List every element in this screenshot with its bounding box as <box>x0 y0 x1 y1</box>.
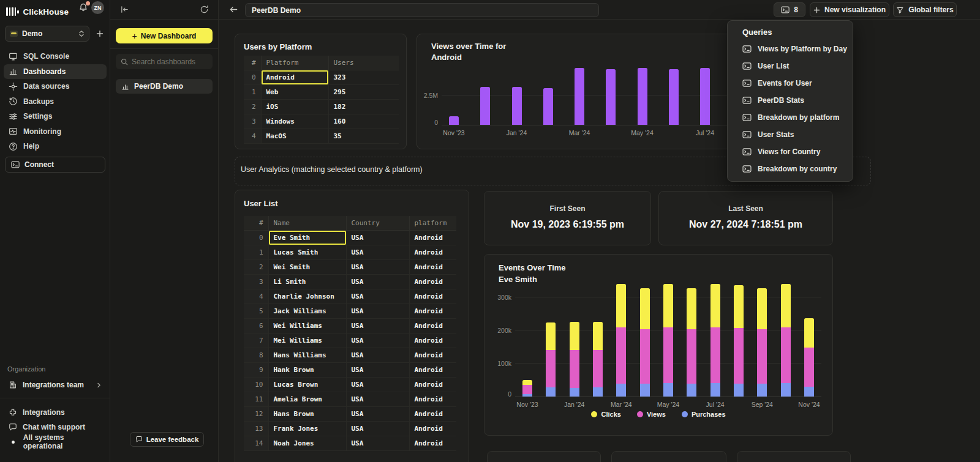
table-cell[interactable]: USA <box>346 260 409 275</box>
table-cell[interactable]: Li Smith <box>268 275 346 289</box>
bar[interactable] <box>687 281 696 397</box>
table-cell[interactable]: Android <box>409 436 456 451</box>
table-cell[interactable]: USA <box>346 231 409 245</box>
table-cell[interactable]: Amelia Brown <box>268 392 346 407</box>
table-cell[interactable]: 323 <box>328 70 399 85</box>
avatar[interactable]: ZN <box>91 1 104 14</box>
bar[interactable] <box>700 65 710 125</box>
table-row[interactable]: 5Jack WilliamsUSAAndroid <box>244 304 456 319</box>
table-row[interactable]: 0Android323 <box>244 70 399 85</box>
sidebar-item-monitoring[interactable]: Monitoring <box>4 124 107 139</box>
collapse-sidebar-icon[interactable] <box>120 5 129 14</box>
bar[interactable] <box>575 65 584 125</box>
add-workspace-button[interactable] <box>94 28 105 39</box>
table-row[interactable]: 3Li SmithUSAAndroid <box>244 275 456 289</box>
table-cell[interactable]: USA <box>346 392 409 407</box>
table-cell[interactable]: Android <box>409 422 456 436</box>
bar[interactable] <box>480 65 490 125</box>
bar[interactable] <box>638 65 647 125</box>
bar[interactable] <box>543 65 553 125</box>
table-row[interactable]: 9Hank BrownUSAAndroid <box>244 363 456 378</box>
search-input[interactable] <box>132 58 208 66</box>
query-menu-item[interactable]: Views by Platform by Day <box>742 43 847 55</box>
table-cell[interactable]: 182 <box>328 100 399 114</box>
table-cell[interactable]: USA <box>346 422 409 436</box>
workspace-selector[interactable]: Demo <box>5 26 89 42</box>
table-cell[interactable]: Windows <box>261 114 328 129</box>
table-cell[interactable]: MacOS <box>261 129 328 144</box>
table-cell[interactable]: Android <box>409 245 456 260</box>
bar[interactable] <box>757 281 767 397</box>
table-cell[interactable]: Wei Williams <box>268 319 346 333</box>
sidebar-item-sql-console[interactable]: SQL Console <box>4 49 107 64</box>
bar[interactable] <box>669 65 679 125</box>
queries-toggle-button[interactable]: 8 <box>774 2 805 17</box>
table-cell[interactable]: Hank Brown <box>268 363 346 378</box>
query-menu-item[interactable]: PeerDB Stats <box>742 94 804 106</box>
leave-feedback-button[interactable]: Leave feedback <box>130 432 204 447</box>
notifications-button[interactable] <box>78 2 89 13</box>
table-row[interactable]: 11Amelia BrownUSAAndroid <box>244 392 456 407</box>
table-row[interactable]: 3Windows160 <box>244 114 399 129</box>
table-row[interactable]: 4Charlie JohnsonUSAAndroid <box>244 289 456 304</box>
table-cell[interactable]: Web <box>261 85 328 100</box>
bar[interactable] <box>640 281 650 397</box>
table-cell[interactable]: Android <box>409 378 456 392</box>
bar[interactable] <box>781 281 791 397</box>
back-arrow-icon[interactable] <box>229 5 238 14</box>
refresh-icon[interactable] <box>200 5 209 14</box>
query-menu-item[interactable]: Breakdown by platform <box>742 111 839 124</box>
bar[interactable] <box>512 65 522 125</box>
query-menu-item[interactable]: Views for Country <box>742 146 820 158</box>
table-cell[interactable]: Android <box>409 348 456 363</box>
sidebar-item-backups[interactable]: Backups <box>4 94 107 109</box>
bar[interactable] <box>570 281 579 397</box>
bar[interactable] <box>663 281 673 397</box>
bar[interactable] <box>593 281 603 397</box>
table-cell[interactable]: Mei Williams <box>268 333 346 348</box>
query-menu-item[interactable]: Events for User <box>742 77 812 89</box>
organization-team-selector[interactable]: Integrations team <box>4 378 107 392</box>
legend-item-clicks[interactable]: Clicks <box>591 411 620 418</box>
table-cell[interactable]: Android <box>409 304 456 319</box>
table-cell[interactable]: Android <box>409 363 456 378</box>
bar[interactable] <box>734 281 744 397</box>
table-row[interactable]: 7Mei WilliamsUSAAndroid <box>244 333 456 348</box>
table-cell[interactable]: USA <box>346 333 409 348</box>
table-cell[interactable]: 160 <box>328 114 399 129</box>
table-cell[interactable]: USA <box>346 319 409 333</box>
table-row[interactable]: 10Lucas BrownUSAAndroid <box>244 378 456 392</box>
table-cell[interactable]: Android <box>409 289 456 304</box>
bar[interactable] <box>710 281 720 397</box>
sidebar-item-dashboards[interactable]: Dashboards <box>4 64 107 79</box>
table-cell[interactable]: Charlie Johnson <box>268 289 346 304</box>
table-cell[interactable]: USA <box>346 304 409 319</box>
table-row[interactable]: 14Noah JonesUSAAndroid <box>244 436 456 451</box>
bar[interactable] <box>606 65 616 125</box>
table-cell[interactable]: USA <box>346 407 409 422</box>
query-menu-item[interactable]: User List <box>742 60 789 72</box>
bar[interactable] <box>804 281 814 397</box>
table-cell[interactable]: Android <box>409 275 456 289</box>
table-row[interactable]: 13Frank JonesUSAAndroid <box>244 422 456 436</box>
legend-item-views[interactable]: Views <box>637 411 666 418</box>
query-menu-item[interactable]: User Stats <box>742 129 794 141</box>
sidebar-item-help[interactable]: Help <box>4 139 107 154</box>
table-row[interactable]: 0Eve SmithUSAAndroid <box>244 231 456 245</box>
table-row[interactable]: 1Web295 <box>244 85 399 100</box>
table-cell[interactable]: Android <box>409 260 456 275</box>
table-cell[interactable]: Android <box>409 407 456 422</box>
global-filters-button[interactable]: Global filters <box>893 2 957 17</box>
table-cell[interactable]: Noah Jones <box>268 436 346 451</box>
dashboard-list-item[interactable]: PeerDB Demo <box>116 79 213 94</box>
new-visualization-button[interactable]: New visualization <box>810 2 889 17</box>
bar[interactable] <box>616 281 626 397</box>
system-status-link[interactable]: All systems operational <box>4 434 107 449</box>
table-cell[interactable]: 295 <box>328 85 399 100</box>
query-menu-item[interactable]: Breakdown by country <box>742 163 837 175</box>
table-cell[interactable]: Android <box>409 231 456 245</box>
table-cell[interactable]: Hans Brown <box>268 407 346 422</box>
table-cell[interactable]: Hans Williams <box>268 348 346 363</box>
table-cell[interactable]: Android <box>409 392 456 407</box>
table-cell[interactable]: USA <box>346 245 409 260</box>
